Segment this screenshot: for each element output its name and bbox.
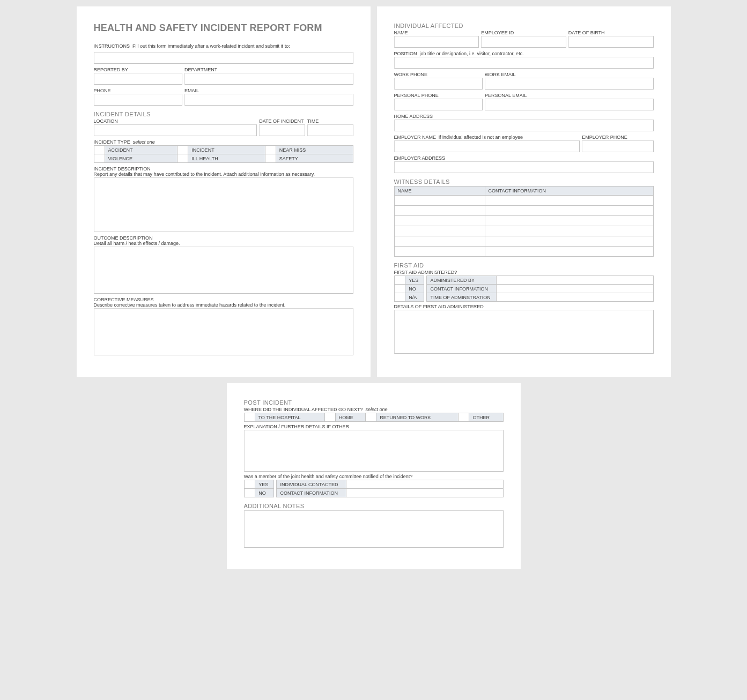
where-next-option: OTHER — [469, 413, 503, 422]
incident-type-check[interactable] — [177, 146, 188, 154]
personal-email-input[interactable] — [485, 99, 653, 110]
first-aid-details-label: DETAILS OF FIRST AID ADMINISTERED — [394, 304, 654, 309]
location-input[interactable] — [94, 124, 257, 136]
position-input[interactable] — [394, 57, 654, 69]
explanation-label: EXPLANATION / FURTHER DETAILS IF OTHER — [244, 424, 504, 429]
incident-type-check[interactable] — [94, 146, 105, 154]
incident-type-check[interactable] — [265, 154, 276, 163]
employee-id-label: EMPLOYEE ID — [481, 30, 566, 35]
first-aid-contact-input[interactable] — [497, 285, 653, 293]
employer-address-input[interactable] — [394, 161, 654, 173]
name-input[interactable] — [394, 36, 479, 48]
witness-contact-cell[interactable] — [485, 196, 653, 206]
department-input[interactable] — [184, 73, 353, 85]
instructions-label: INSTRUCTIONS — [94, 43, 130, 49]
where-next-option: HOME — [335, 413, 366, 422]
corrective-measures-input[interactable] — [94, 308, 353, 355]
incident-type-check[interactable] — [265, 146, 276, 154]
instructions-input[interactable] — [94, 52, 353, 64]
additional-notes-input[interactable] — [244, 510, 504, 548]
witness-contact-cell[interactable] — [485, 226, 653, 236]
reported-by-label: REPORTED BY — [94, 67, 183, 72]
time-input[interactable] — [307, 124, 353, 136]
witness-contact-cell[interactable] — [485, 236, 653, 247]
time-of-admin-label: TIME OF ADMINSTRATION — [427, 293, 497, 302]
committee-opts-table: YES NO — [244, 480, 275, 497]
personal-phone-input[interactable] — [394, 99, 483, 110]
incident-description-input[interactable] — [94, 177, 353, 232]
outcome-description-input[interactable] — [94, 247, 353, 294]
where-next-option: TO THE HOSPITAL — [255, 413, 324, 422]
employer-name-label: EMPLOYER NAME — [394, 135, 437, 140]
first-aid-administered-label: FIRST AID ADMINISTERED? — [394, 270, 654, 275]
page-1: HEALTH AND SAFETY INCIDENT REPORT FORM I… — [77, 6, 371, 377]
instructions-hint: Fill out this form immediately after a w… — [132, 43, 290, 49]
where-next-check[interactable] — [324, 413, 335, 422]
incident-type-check[interactable] — [177, 154, 188, 163]
where-next-label: WHERE DID THE INDIVIDUAL AFFECTED GO NEX… — [244, 407, 363, 412]
phone-input[interactable] — [94, 94, 183, 106]
incident-type-label: INCIDENT TYPE — [94, 139, 130, 145]
witness-name-cell[interactable] — [394, 247, 485, 257]
personal-email-label: PERSONAL EMAIL — [485, 93, 653, 98]
first-aid-contact-label: CONTACT INFORMATION — [427, 285, 497, 293]
email-input[interactable] — [184, 94, 353, 106]
incident-description-label: INCIDENT DESCRIPTION — [94, 166, 353, 172]
position-label: POSITION — [394, 51, 417, 56]
first-aid-check[interactable] — [394, 293, 405, 302]
administered-by-input[interactable] — [497, 276, 653, 285]
witness-contact-cell[interactable] — [485, 206, 653, 216]
department-label: DEPARTMENT — [184, 67, 353, 72]
incident-type-option: VIOLENCE — [105, 154, 177, 163]
committee-check[interactable] — [244, 480, 255, 489]
witness-col-name: NAME — [394, 187, 485, 196]
administered-by-label: ADMINISTERED BY — [427, 276, 497, 285]
first-aid-opts-table: YES NO N/A — [394, 275, 425, 302]
committee-check[interactable] — [244, 489, 255, 497]
work-phone-label: WORK PHONE — [394, 72, 483, 77]
witness-name-cell[interactable] — [394, 196, 485, 206]
time-of-admin-input[interactable] — [497, 293, 653, 302]
home-address-label: HOME ADDRESS — [394, 114, 654, 119]
first-aid-option: YES — [405, 276, 424, 285]
where-next-check[interactable] — [366, 413, 376, 422]
first-aid-option: NO — [405, 285, 424, 293]
witness-name-cell[interactable] — [394, 216, 485, 226]
witness-name-cell[interactable] — [394, 236, 485, 247]
date-of-incident-label: DATE OF INCIDENT — [259, 118, 305, 124]
email-label: EMAIL — [184, 88, 353, 93]
individual-contacted-input[interactable] — [346, 480, 503, 489]
first-aid-check[interactable] — [394, 285, 405, 293]
incident-type-check[interactable] — [94, 154, 105, 163]
name-label: NAME — [394, 30, 479, 35]
where-next-check[interactable] — [244, 413, 255, 422]
employee-id-input[interactable] — [481, 36, 566, 48]
committee-contact-input[interactable] — [346, 489, 503, 497]
reported-by-input[interactable] — [94, 73, 183, 85]
dob-input[interactable] — [568, 36, 654, 48]
work-email-label: WORK EMAIL — [485, 72, 653, 77]
witness-contact-cell[interactable] — [485, 247, 653, 257]
employer-phone-input[interactable] — [582, 140, 653, 152]
witness-name-cell[interactable] — [394, 206, 485, 216]
home-address-input[interactable] — [394, 120, 654, 131]
witness-name-cell[interactable] — [394, 226, 485, 236]
first-aid-heading: FIRST AID — [394, 262, 654, 269]
first-aid-check[interactable] — [394, 276, 405, 285]
employer-name-input[interactable] — [394, 140, 580, 152]
page-2: INDIVIDUAL AFFECTED NAME EMPLOYEE ID DAT… — [377, 6, 671, 377]
witness-contact-cell[interactable] — [485, 216, 653, 226]
additional-notes-heading: ADDITIONAL NOTES — [244, 503, 504, 509]
employer-address-label: EMPLOYER ADDRESS — [394, 155, 654, 161]
where-next-check[interactable] — [458, 413, 469, 422]
outcome-description-sub: Detail all harm / health effects / damag… — [94, 241, 353, 246]
explanation-input[interactable] — [244, 430, 504, 472]
work-email-input[interactable] — [485, 78, 653, 90]
first-aid-details-input[interactable] — [394, 310, 654, 354]
dob-label: DATE OF BIRTH — [568, 30, 654, 35]
incident-type-option: ILL HEALTH — [188, 154, 265, 163]
date-of-incident-input[interactable] — [259, 124, 305, 136]
incident-details-heading: INCIDENT DETAILS — [94, 111, 353, 117]
first-aid-fields-table: ADMINISTERED BY CONTACT INFORMATION TIME… — [426, 275, 653, 302]
work-phone-input[interactable] — [394, 78, 483, 90]
